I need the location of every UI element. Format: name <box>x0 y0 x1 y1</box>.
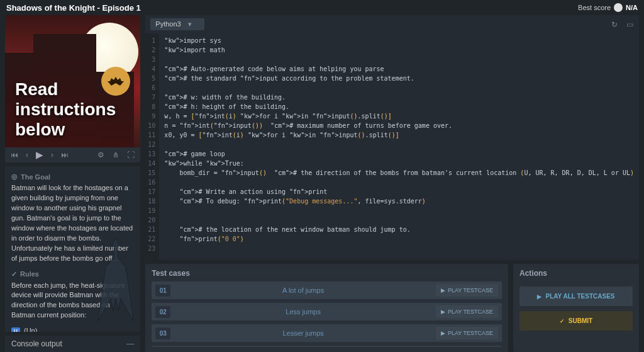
skip-end-icon[interactable]: ⏭ <box>60 150 69 159</box>
testcase-number: 01 <box>155 285 170 297</box>
play-testcase-button[interactable]: ▶PLAY TESTCASE <box>436 305 498 318</box>
play-testcase-button[interactable]: ▶PLAY TESTCASE <box>436 284 498 297</box>
best-score-label: Best score <box>578 4 611 11</box>
language-select[interactable]: Python3 ▾ <box>150 18 204 30</box>
prev-icon[interactable]: ‹ <box>23 150 31 159</box>
header: Shadows of the Knight - Episode 1 Best s… <box>0 0 644 15</box>
play-icon: ▶ <box>537 293 541 300</box>
direction-item: U(Up) <box>11 327 134 332</box>
direction-badge: U <box>11 327 20 332</box>
hero-image: Read instructions below <box>5 15 140 147</box>
play-testcase-button[interactable]: ▶PLAY TESTCASE <box>436 327 498 339</box>
play-icon: ▶ <box>441 309 445 315</box>
score-icon <box>614 3 623 12</box>
player-controls: ⏮ ‹ ▶ › ⏭ ⚙ ⋔ ⛶ <box>5 147 140 162</box>
testcase-number: 03 <box>155 327 170 339</box>
play-icon: ▶ <box>441 330 445 336</box>
submit-button[interactable]: ✓ SUBMIT <box>519 311 633 331</box>
minimize-icon[interactable]: — <box>126 339 134 348</box>
testcase-number: 02 <box>155 306 170 318</box>
play-icon: ▶ <box>441 287 445 293</box>
code-lines[interactable]: "kw">import sys"kw">import math "cm"># A… <box>159 33 639 260</box>
best-score-value: N/A <box>626 4 638 11</box>
testcase-name: Lesser jumps <box>175 329 431 337</box>
actions-title: Actions <box>519 269 633 278</box>
editor-toolbar: Python3 ▾ ↻ ▭ <box>145 15 639 33</box>
gear-icon[interactable]: ⚙ <box>96 150 105 159</box>
actions-panel: Actions ▶ PLAY ALL TESTCASES ✓ SUBMIT <box>513 264 639 352</box>
testcase-row[interactable]: 01A lot of jumps▶PLAY TESTCASE <box>152 281 502 299</box>
directions-list: U(Up)UR(Up-Right)R(Right)DR(Down-Right)D… <box>11 327 134 332</box>
hero-card: Read instructions below ⏮ ‹ ▶ › ⏭ ⚙ ⋔ ⛶ <box>5 15 140 162</box>
console-title: Console output <box>11 339 62 348</box>
play-icon[interactable]: ▶ <box>35 150 44 159</box>
page-title: Shadows of the Knight - Episode 1 <box>6 3 141 13</box>
fullscreen-icon[interactable]: ⛶ <box>126 150 135 159</box>
next-icon[interactable]: › <box>48 150 57 159</box>
testcase-row[interactable]: 02Less jumps▶PLAY TESTCASE <box>152 303 502 321</box>
direction-label: (Up) <box>24 327 37 332</box>
check-icon: ✓ <box>560 318 565 324</box>
code-area[interactable]: 1234567891011121314151617181920212223 "k… <box>145 33 639 260</box>
share-icon[interactable]: ⋔ <box>111 150 120 159</box>
console-output-bar[interactable]: Console output — <box>5 336 140 352</box>
refresh-icon[interactable]: ↻ <box>610 20 619 29</box>
testcases-title: Test cases <box>152 269 502 278</box>
expand-icon[interactable]: ▭ <box>625 20 634 29</box>
batman-figure <box>96 236 135 324</box>
code-editor: Python3 ▾ ↻ ▭ 12345678910111213141516171… <box>145 15 639 260</box>
best-score: Best score N/A <box>578 3 638 12</box>
hero-overlay-text: Read instructions below <box>15 79 140 140</box>
line-gutter: 1234567891011121314151617181920212223 <box>145 33 159 260</box>
goal-heading: ◎ The Goal <box>11 173 134 181</box>
check-icon: ✓ <box>11 270 17 278</box>
testcase-list[interactable]: 01A lot of jumps▶PLAY TESTCASE02Less jum… <box>152 281 502 347</box>
target-icon: ◎ <box>11 173 18 181</box>
testcase-row[interactable]: 03Lesser jumps▶PLAY TESTCASE <box>152 324 502 342</box>
testcase-name: Less jumps <box>175 308 431 315</box>
testcase-name: A lot of jumps <box>175 287 431 294</box>
statement-panel[interactable]: ◎ The Goal Batman will look for the host… <box>5 166 140 332</box>
testcases-panel: Test cases 01A lot of jumps▶PLAY TESTCAS… <box>145 264 508 352</box>
testcase-row[interactable]: 04Tower▶PLAY TESTCASE <box>152 346 502 347</box>
chevron-down-icon: ▾ <box>188 20 192 28</box>
play-all-button[interactable]: ▶ PLAY ALL TESTCASES <box>519 287 633 306</box>
skip-start-icon[interactable]: ⏮ <box>10 150 19 159</box>
